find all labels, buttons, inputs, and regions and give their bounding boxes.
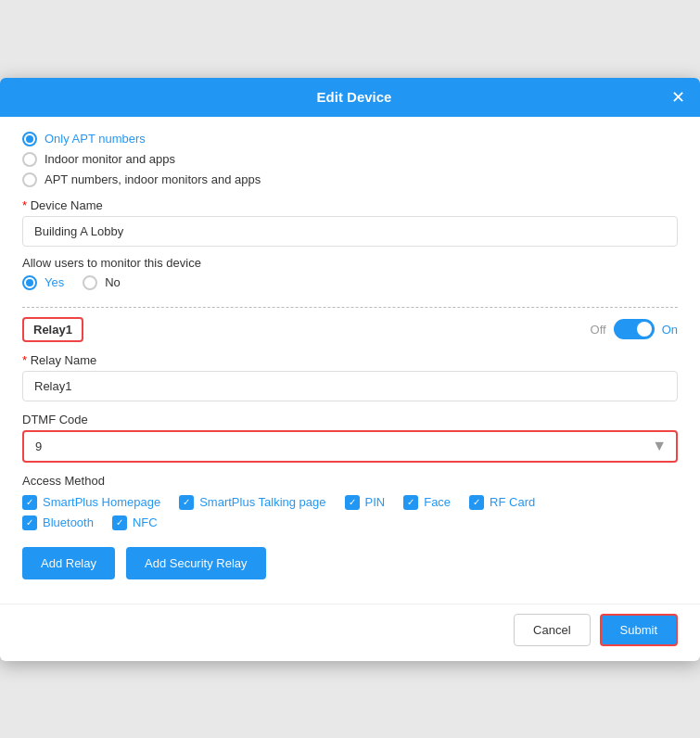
check-icon-3: ✓ bbox=[345, 495, 360, 510]
device-name-input[interactable] bbox=[22, 216, 678, 247]
check-icon-7: ✓ bbox=[112, 515, 127, 530]
checkbox-nfc[interactable]: ✓ NFC bbox=[112, 515, 158, 530]
checkbox-rf-card[interactable]: ✓ RF Card bbox=[469, 495, 535, 510]
check-icon-5: ✓ bbox=[469, 495, 484, 510]
check-icon-6: ✓ bbox=[22, 515, 37, 530]
action-button-row: Add Relay Add Security Relay bbox=[22, 547, 678, 579]
toggle-group: Off On bbox=[591, 319, 678, 339]
checkbox-label-3: PIN bbox=[365, 495, 386, 509]
yes-label: Yes bbox=[45, 275, 64, 289]
checkbox-face[interactable]: ✓ Face bbox=[403, 495, 451, 510]
close-button[interactable]: ✕ bbox=[671, 89, 685, 106]
modal-title: Edit Device bbox=[37, 89, 671, 105]
radio-only-apt[interactable]: Only APT numbers bbox=[22, 132, 678, 146]
checkbox-label-7: NFC bbox=[133, 515, 158, 529]
no-label: No bbox=[105, 275, 121, 289]
add-security-relay-button[interactable]: Add Security Relay bbox=[126, 547, 266, 579]
radio-circle-indoor bbox=[22, 152, 37, 167]
checkbox-smartplus-homepage[interactable]: ✓ SmartPlus Homepage bbox=[22, 495, 160, 510]
radio-no[interactable]: No bbox=[83, 275, 121, 290]
checkbox-group-row2: ✓ Bluetooth ✓ NFC bbox=[22, 515, 678, 530]
radio-indoor-label: Indoor monitor and apps bbox=[45, 152, 175, 166]
check-icon-1: ✓ bbox=[22, 495, 37, 510]
required-star-relay: * bbox=[22, 353, 27, 367]
yes-no-group: Yes No bbox=[22, 275, 678, 296]
checkbox-bluetooth[interactable]: ✓ Bluetooth bbox=[22, 515, 94, 530]
monitor-label: Allow users to monitor this device bbox=[22, 256, 678, 270]
checkbox-pin[interactable]: ✓ PIN bbox=[345, 495, 386, 510]
dtmf-label: DTMF Code bbox=[22, 413, 678, 426]
relay-name-input[interactable] bbox=[22, 371, 678, 401]
radio-yes[interactable]: Yes bbox=[22, 275, 64, 290]
relay-header: Relay1 Off On bbox=[22, 317, 678, 342]
radio-all-label: APT numbers, indoor monitors and apps bbox=[45, 172, 261, 186]
dtmf-select-wrapper: 9 1 2 3 ▼ bbox=[22, 430, 678, 463]
checkbox-label-2: SmartPlus Talking page bbox=[199, 495, 325, 509]
checkbox-label-5: RF Card bbox=[490, 495, 535, 509]
cancel-button[interactable]: Cancel bbox=[514, 614, 590, 646]
access-method-label: Access Method bbox=[22, 474, 678, 488]
radio-apt-all[interactable]: APT numbers, indoor monitors and apps bbox=[22, 172, 678, 187]
toggle-switch[interactable] bbox=[614, 319, 655, 339]
device-name-label: * Device Name bbox=[22, 198, 678, 212]
radio-circle-apt bbox=[22, 132, 37, 146]
modal-body: Only APT numbers Indoor monitor and apps… bbox=[0, 117, 700, 604]
radio-circle-no bbox=[83, 275, 97, 290]
toggle-on-label: On bbox=[662, 323, 678, 337]
checkbox-label-6: Bluetooth bbox=[43, 515, 94, 529]
check-icon-4: ✓ bbox=[403, 495, 418, 510]
checkbox-label-1: SmartPlus Homepage bbox=[43, 495, 160, 509]
add-relay-button[interactable]: Add Relay bbox=[22, 547, 115, 579]
checkbox-smartplus-talking[interactable]: ✓ SmartPlus Talking page bbox=[179, 495, 325, 510]
radio-group: Only APT numbers Indoor monitor and apps… bbox=[22, 132, 678, 187]
radio-circle-all bbox=[22, 172, 37, 187]
checkbox-label-4: Face bbox=[424, 495, 451, 509]
checkbox-group-row1: ✓ SmartPlus Homepage ✓ SmartPlus Talking… bbox=[22, 495, 678, 510]
radio-circle-yes bbox=[22, 275, 37, 290]
radio-apt-label: Only APT numbers bbox=[45, 132, 146, 146]
relay-badge: Relay1 bbox=[22, 317, 83, 342]
required-star-device: * bbox=[22, 198, 27, 212]
dtmf-select[interactable]: 9 1 2 3 bbox=[22, 430, 678, 463]
radio-indoor-monitor[interactable]: Indoor monitor and apps bbox=[22, 152, 678, 167]
footer-row: Cancel Submit bbox=[0, 604, 700, 661]
toggle-off-label: Off bbox=[591, 323, 606, 337]
check-icon-2: ✓ bbox=[179, 495, 194, 510]
divider bbox=[22, 307, 678, 308]
modal-header: Edit Device ✕ bbox=[0, 78, 700, 117]
submit-button[interactable]: Submit bbox=[600, 614, 678, 646]
edit-device-modal: Edit Device ✕ Only APT numbers Indoor mo… bbox=[0, 78, 700, 661]
relay-name-label: * Relay Name bbox=[22, 353, 678, 367]
